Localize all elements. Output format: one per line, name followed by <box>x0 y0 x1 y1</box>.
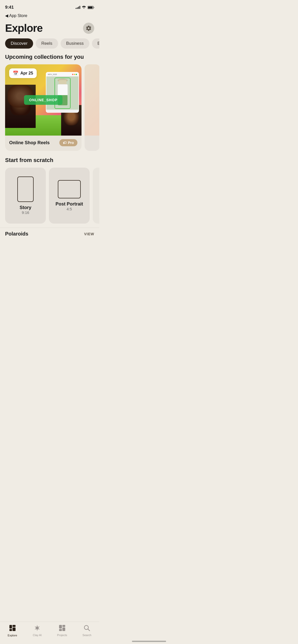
mockup-title: MOV_6335 <box>48 74 71 75</box>
back-arrow-icon: ◀ <box>5 13 8 18</box>
post-portrait-name: Post Portrait <box>56 201 83 207</box>
signal-icon <box>76 6 80 9</box>
tab-reels[interactable]: Reels <box>36 38 58 49</box>
status-icons <box>76 6 94 9</box>
story-label: Story 9:16 <box>20 205 31 215</box>
collections-section-title: Upcoming collections for you <box>0 54 99 64</box>
collections-carousel: MOV_6335 <box>0 64 99 157</box>
post-portrait-label: Post Portrait 4:5 <box>56 201 83 211</box>
story-format-icon <box>17 177 34 202</box>
story-ratio: 9:16 <box>20 210 31 215</box>
scratch-section-title: Start from scratch <box>0 157 99 168</box>
mockup-dots <box>72 74 77 75</box>
settings-button[interactable] <box>83 23 94 34</box>
wifi-icon <box>82 6 86 9</box>
polaroids-label: Polaroids <box>5 231 28 237</box>
post-portrait-format-icon <box>58 180 81 198</box>
pro-icon: 🏷 <box>63 141 66 145</box>
collection-card-peek[interactable] <box>85 64 99 151</box>
pro-badge-button[interactable]: 🏷 Pro <box>59 139 77 146</box>
page-title: Explore <box>5 22 43 34</box>
back-nav[interactable]: ◀ App Store <box>0 11 99 19</box>
collection-card-name: Online Shop Reels <box>9 140 50 145</box>
dog-left-photo <box>5 85 36 128</box>
collection-card-footer: Online Shop Reels 🏷 Pro <box>5 136 82 150</box>
polaroids-row: Polaroids VIEW <box>0 228 99 239</box>
collection-card-online-shop[interactable]: MOV_6335 <box>5 64 82 151</box>
scratch-section: Start from scratch Story 9:16 Post Portr… <box>0 157 99 228</box>
date-badge: 📅 Apr 25 <box>9 68 37 78</box>
page-header: Explore <box>0 19 99 38</box>
status-time: 9:41 <box>5 5 14 10</box>
filter-tabs: Discover Reels Business Events <box>0 38 99 54</box>
collection-card-image: MOV_6335 <box>5 64 82 136</box>
battery-icon <box>88 6 94 9</box>
calendar-icon: 📅 <box>13 70 18 76</box>
tab-business[interactable]: Business <box>61 38 89 49</box>
online-shop-label: ONLINE_SHOP <box>29 98 57 102</box>
date-badge-text: Apr 25 <box>20 71 33 76</box>
scratch-card-post-portrait[interactable]: Post Portrait 4:5 <box>49 168 90 224</box>
story-name: Story <box>20 205 31 210</box>
mockup-header: MOV_6335 <box>46 72 78 77</box>
pro-label: Pro <box>68 141 74 145</box>
tab-discover[interactable]: Discover <box>5 38 33 49</box>
post-portrait-ratio: 4:5 <box>56 207 83 211</box>
view-button[interactable]: VIEW <box>84 232 94 236</box>
scratch-carousel: Story 9:16 Post Portrait 4:5 <box>0 168 99 224</box>
online-shop-overlay: ONLINE_SHOP <box>24 95 62 105</box>
status-bar: 9:41 <box>0 0 99 11</box>
scratch-card-story[interactable]: Story 9:16 <box>5 168 46 224</box>
scratch-card-peek[interactable] <box>93 168 99 224</box>
back-label[interactable]: App Store <box>9 13 27 18</box>
tab-events[interactable]: Events <box>92 38 99 49</box>
svg-rect-1 <box>88 6 93 8</box>
gear-icon <box>86 25 92 31</box>
fashion-mockup: MOV_6335 <box>46 72 79 113</box>
